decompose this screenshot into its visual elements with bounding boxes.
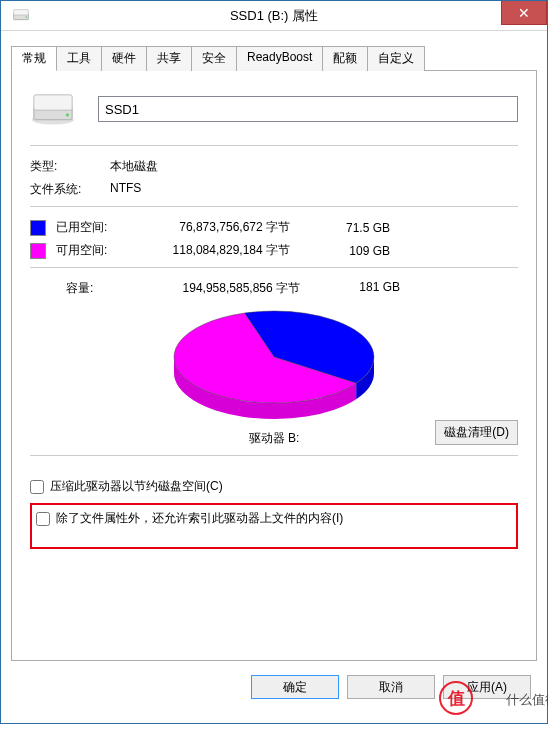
pie-chart — [164, 305, 384, 421]
tab-readyboost[interactable]: ReadyBoost — [237, 46, 323, 71]
free-gb: 109 GB — [320, 244, 390, 258]
capacity-label: 容量: — [66, 280, 140, 297]
compress-checkbox[interactable] — [30, 480, 44, 494]
used-bytes: 76,873,756,672 字节 — [130, 219, 320, 236]
index-highlight-box: 除了文件属性外，还允许索引此驱动器上文件的内容(I) — [30, 503, 518, 549]
svg-rect-1 — [14, 9, 29, 14]
type-value: 本地磁盘 — [110, 158, 158, 175]
cancel-button[interactable]: 取消 — [347, 675, 435, 699]
free-bytes: 118,084,829,184 字节 — [130, 242, 320, 259]
window-title: SSD1 (B:) 属性 — [230, 7, 318, 25]
drive-name-input[interactable] — [98, 96, 518, 122]
watermark: 值 什么值得买 — [438, 678, 548, 718]
titlebar[interactable]: SSD1 (B:) 属性 ✕ — [1, 1, 547, 31]
disk-cleanup-button[interactable]: 磁盘清理(D) — [435, 420, 518, 445]
properties-dialog: SSD1 (B:) 属性 ✕ 常规 工具 硬件 共享 安全 ReadyBoost… — [0, 0, 548, 724]
divider — [30, 267, 518, 268]
filesystem-value: NTFS — [110, 181, 141, 198]
compress-checkbox-row[interactable]: 压缩此驱动器以节约磁盘空间(C) — [30, 478, 518, 495]
tab-sharing[interactable]: 共享 — [147, 46, 192, 71]
svg-rect-5 — [34, 95, 72, 110]
divider — [30, 206, 518, 207]
compress-label: 压缩此驱动器以节约磁盘空间(C) — [50, 478, 223, 495]
drive-icon — [13, 9, 29, 23]
used-space-row: 已用空间: 76,873,756,672 字节 71.5 GB — [30, 219, 518, 236]
pie-chart-area: 驱动器 B: 磁盘清理(D) — [30, 305, 518, 447]
tab-area: 常规 工具 硬件 共享 安全 ReadyBoost 配额 自定义 类型: 本地磁… — [1, 31, 547, 661]
free-space-row: 可用空间: 118,084,829,184 字节 109 GB — [30, 242, 518, 259]
capacity-bytes: 194,958,585,856 字节 — [140, 280, 330, 297]
capacity-gb: 181 GB — [330, 280, 400, 297]
ok-button[interactable]: 确定 — [251, 675, 339, 699]
divider — [30, 455, 518, 456]
used-swatch — [30, 220, 46, 236]
used-gb: 71.5 GB — [320, 221, 390, 235]
drive-icon-large — [30, 91, 76, 127]
tab-tools[interactable]: 工具 — [57, 46, 102, 71]
free-swatch — [30, 243, 46, 259]
filesystem-label: 文件系统: — [30, 181, 110, 198]
tab-strip: 常规 工具 硬件 共享 安全 ReadyBoost 配额 自定义 — [11, 45, 537, 71]
index-checkbox[interactable] — [36, 512, 50, 526]
close-button[interactable]: ✕ — [501, 1, 547, 25]
free-label: 可用空间: — [56, 242, 130, 259]
svg-point-6 — [66, 113, 69, 116]
index-label: 除了文件属性外，还允许索引此驱动器上文件的内容(I) — [56, 510, 343, 527]
svg-text:值: 值 — [447, 689, 465, 708]
type-label: 类型: — [30, 158, 110, 175]
used-label: 已用空间: — [56, 219, 130, 236]
svg-text:什么值得买: 什么值得买 — [505, 692, 548, 707]
tab-general[interactable]: 常规 — [11, 46, 57, 71]
index-checkbox-row[interactable]: 除了文件属性外，还允许索引此驱动器上文件的内容(I) — [36, 510, 343, 527]
svg-point-2 — [26, 16, 28, 18]
tab-security[interactable]: 安全 — [192, 46, 237, 71]
tab-hardware[interactable]: 硬件 — [102, 46, 147, 71]
tab-quota[interactable]: 配额 — [323, 46, 368, 71]
tab-content-general: 类型: 本地磁盘 文件系统: NTFS 已用空间: 76,873,756,672… — [11, 71, 537, 661]
divider — [30, 145, 518, 146]
tab-customize[interactable]: 自定义 — [368, 46, 425, 71]
